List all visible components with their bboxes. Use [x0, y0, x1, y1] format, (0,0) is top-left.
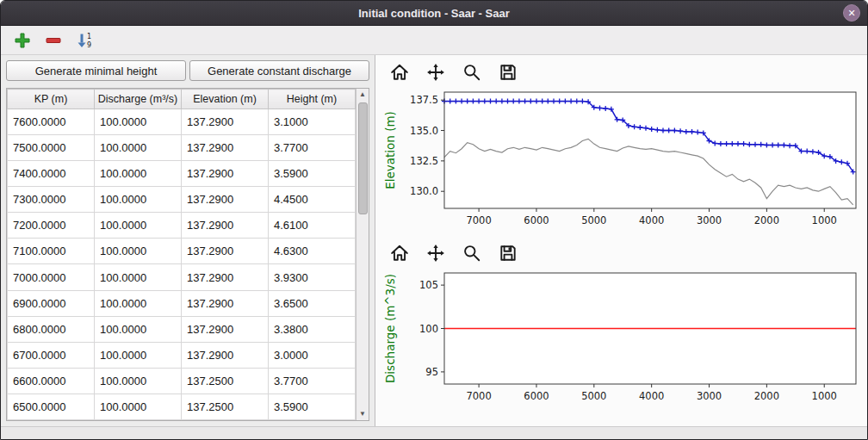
table-row[interactable]: 7300.0000100.0000137.29004.4500: [8, 187, 356, 213]
table-cell[interactable]: 6700.0000: [8, 342, 95, 368]
table-cell[interactable]: 4.4500: [269, 187, 356, 213]
table-cell[interactable]: 137.2500: [182, 394, 269, 419]
charts-panel: 7000600050004000300020001000130.0132.513…: [375, 55, 867, 426]
table-header-row: KP (m)Discharge (m³/s)Elevation (m)Heigh…: [8, 90, 356, 109]
zoom-button[interactable]: [460, 241, 484, 265]
column-header[interactable]: KP (m): [8, 90, 95, 109]
table-cell[interactable]: 7400.0000: [8, 161, 95, 187]
home-button[interactable]: [388, 60, 412, 84]
table-cell[interactable]: 6800.0000: [8, 316, 95, 342]
table-cell[interactable]: 137.2900: [182, 264, 269, 290]
y-axis-label: Discharge (m^3/s): [383, 274, 397, 383]
table-cell[interactable]: 6900.0000: [8, 290, 95, 316]
table-row[interactable]: 7400.0000100.0000137.29003.5900: [8, 161, 356, 187]
window-title: Initial condition - Saar - Saar: [358, 7, 510, 20]
table-cell[interactable]: 137.2900: [182, 109, 269, 135]
table-cell[interactable]: 137.2900: [182, 161, 269, 187]
table-cell[interactable]: 137.2900: [182, 239, 269, 264]
y-axis-label: Elevation (m): [383, 111, 397, 189]
table-cell[interactable]: 7100.0000: [8, 239, 95, 264]
table-cell[interactable]: 137.2900: [182, 290, 269, 316]
table-cell[interactable]: 3.9300: [269, 264, 356, 290]
scroll-up-icon[interactable]: ▲: [359, 89, 366, 101]
table-cell[interactable]: 7500.0000: [8, 135, 95, 161]
table-cell[interactable]: 6500.0000: [8, 394, 95, 419]
column-header[interactable]: Discharge (m³/s): [95, 90, 182, 109]
column-header[interactable]: Height (m): [269, 90, 356, 109]
table-row[interactable]: 7000.0000100.0000137.29003.9300: [8, 264, 356, 290]
discharge-chart[interactable]: 700060005000400030002000100095100105Disc…: [382, 267, 865, 410]
magnifier-icon: [462, 244, 481, 263]
table-cell[interactable]: 3.0000: [269, 342, 356, 368]
table-cell[interactable]: 137.2900: [182, 342, 269, 368]
table-row[interactable]: 7100.0000100.0000137.29004.6300: [8, 239, 356, 264]
table-cell[interactable]: 100.0000: [95, 342, 182, 368]
table-cell[interactable]: 100.0000: [95, 213, 182, 239]
table-cell[interactable]: 6600.0000: [8, 368, 95, 394]
home-button[interactable]: [388, 241, 412, 265]
table-cell[interactable]: 100.0000: [95, 316, 182, 342]
table-row[interactable]: 7500.0000100.0000137.29003.7700: [8, 135, 356, 161]
table-cell[interactable]: 137.2900: [182, 213, 269, 239]
table-cell[interactable]: 3.6500: [269, 290, 356, 316]
table-cell[interactable]: 7300.0000: [8, 187, 95, 213]
table-row[interactable]: 7200.0000100.0000137.29004.6100: [8, 213, 356, 239]
table-row[interactable]: 6500.0000100.0000137.25003.5900: [8, 394, 356, 419]
table-cell[interactable]: 100.0000: [95, 264, 182, 290]
table-cell[interactable]: 137.2500: [182, 368, 269, 394]
table-cell[interactable]: 3.7700: [269, 135, 356, 161]
y-tick-label: 95: [425, 366, 438, 378]
table-scrollbar[interactable]: ▲ ▼: [356, 89, 369, 420]
save-button[interactable]: [496, 241, 520, 265]
move-icon: [426, 244, 445, 263]
table-cell[interactable]: 100.0000: [95, 187, 182, 213]
table-cell[interactable]: 100.0000: [95, 368, 182, 394]
save-button[interactable]: [496, 60, 520, 84]
table-row[interactable]: 6600.0000100.0000137.25003.7700: [8, 368, 356, 394]
table-cell[interactable]: 137.2900: [182, 316, 269, 342]
table-cell[interactable]: 3.5900: [269, 394, 356, 419]
pan-button[interactable]: [424, 60, 448, 84]
table-cell[interactable]: 100.0000: [95, 239, 182, 264]
save-icon: [499, 63, 518, 82]
y-tick-label: 105: [419, 279, 438, 291]
table-cell[interactable]: 3.5900: [269, 161, 356, 187]
table-row[interactable]: 6900.0000100.0000137.29003.6500: [8, 290, 356, 316]
generate-buttons-row: Generate minimal height Generate constan…: [6, 60, 369, 81]
table-cell[interactable]: 100.0000: [95, 135, 182, 161]
sort-rows-button[interactable]: 1 9: [73, 29, 96, 52]
table-cell[interactable]: 3.3800: [269, 316, 356, 342]
table-cell[interactable]: 4.6300: [269, 239, 356, 264]
table-cell[interactable]: 7200.0000: [8, 213, 95, 239]
table-cell[interactable]: 100.0000: [95, 394, 182, 419]
table-cell[interactable]: 7600.0000: [8, 109, 95, 135]
plus-icon: [14, 32, 31, 49]
column-header[interactable]: Elevation (m): [182, 90, 269, 109]
table-row[interactable]: 6800.0000100.0000137.29003.3800: [8, 316, 356, 342]
table-cell[interactable]: 3.7700: [269, 368, 356, 394]
table-cell[interactable]: 100.0000: [95, 109, 182, 135]
close-icon: ✕: [847, 8, 855, 19]
x-tick-label: 6000: [524, 214, 549, 226]
add-row-button[interactable]: [11, 29, 34, 52]
table-cell[interactable]: 3.1000: [269, 109, 356, 135]
scroll-down-icon[interactable]: ▼: [359, 408, 366, 420]
table-cell[interactable]: 100.0000: [95, 290, 182, 316]
table-row[interactable]: 7600.0000100.0000137.29003.1000: [8, 109, 356, 135]
pan-button[interactable]: [424, 241, 448, 265]
generate-minimal-height-button[interactable]: Generate minimal height: [6, 60, 186, 81]
delete-row-button[interactable]: [42, 29, 65, 52]
scrollbar-thumb[interactable]: [358, 102, 368, 214]
table-cell[interactable]: 137.2900: [182, 187, 269, 213]
generate-constant-discharge-button[interactable]: Generate constant discharge: [189, 60, 369, 81]
zoom-button[interactable]: [460, 60, 484, 84]
table-cell[interactable]: 137.2900: [182, 135, 269, 161]
close-button[interactable]: ✕: [843, 4, 860, 22]
titlebar[interactable]: Initial condition - Saar - Saar ✕: [1, 1, 867, 26]
home-icon: [390, 63, 409, 82]
table-cell[interactable]: 100.0000: [95, 161, 182, 187]
elevation-chart[interactable]: 7000600050004000300020001000130.0132.513…: [382, 86, 865, 234]
table-row[interactable]: 6700.0000100.0000137.29003.0000: [8, 342, 356, 368]
table-cell[interactable]: 7000.0000: [8, 264, 95, 290]
table-cell[interactable]: 4.6100: [269, 213, 356, 239]
